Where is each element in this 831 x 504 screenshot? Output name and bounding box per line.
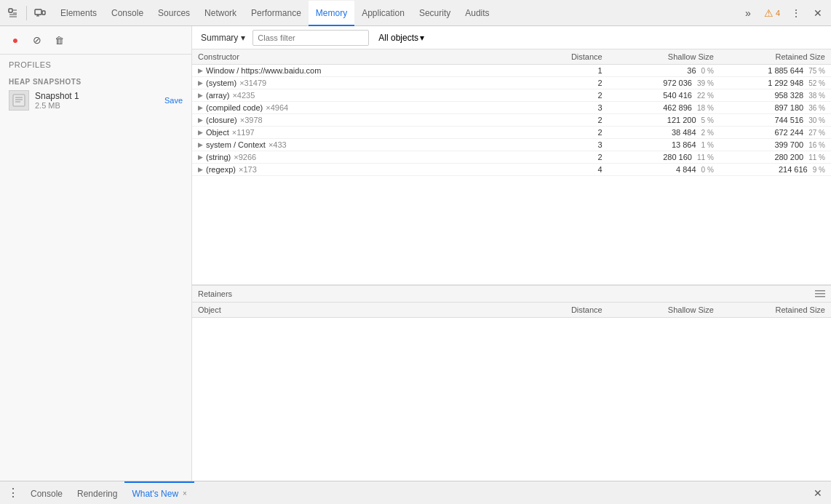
cell-shallow: 38 484 2 % [608,127,720,139]
save-snapshot-btn[interactable]: Save [164,96,183,105]
cell-constructor: ▶(system)×31479 [192,77,549,89]
snapshot-icon [9,90,29,111]
more-menu-btn[interactable]: ⋮ [786,3,806,23]
table-row[interactable]: ▶(closure)×39782121 200 5 %744 516 30 % [192,114,831,127]
close-whatsnew-btn[interactable]: × [183,489,187,497]
close-bottom-panel-btn[interactable]: ✕ [808,483,828,503]
cell-shallow: 13 864 1 % [608,139,720,151]
svg-rect-8 [815,293,825,295]
table-row[interactable]: ▶(system)×314792972 036 39 %1 292 948 52… [192,77,831,89]
cell-distance: 2 [549,89,608,102]
summary-dropdown[interactable]: Summary ▾ [195,31,251,45]
cell-retained: 1 292 948 52 % [720,77,831,89]
cell-distance: 3 [549,102,608,114]
close-devtools-btn[interactable]: ✕ [808,3,828,23]
cell-retained: 897 180 36 % [720,102,831,114]
content-panel: Summary ▾ All objects ▾ Constructor [192,26,831,481]
table-row[interactable]: ▶(compiled code)×49643462 896 18 %897 18… [192,102,831,114]
cell-distance: 2 [549,127,608,139]
cell-shallow: 121 200 5 % [608,114,720,127]
th-constructor: Constructor [192,49,549,65]
expand-arrow[interactable]: ▶ [198,166,203,173]
retainers-table-area[interactable]: Object Distance Shallow Size Retained Si… [192,303,831,481]
table-row[interactable]: ▶Window / https://www.baidu.com136 0 %1 … [192,65,831,77]
inspect-element-btn[interactable] [3,3,23,23]
retainers-header-row: Object Distance Shallow Size Retained Si… [192,303,831,318]
objects-dropdown-arrow: ▾ [420,33,424,43]
tab-network[interactable]: Network [197,1,244,26]
cell-retained: 1 885 644 75 % [720,65,831,77]
table-row[interactable]: ▶system / Context×433313 864 1 %399 700 … [192,139,831,151]
th-distance: Distance [549,49,608,65]
cell-shallow: 972 036 39 % [608,77,720,89]
cell-retained: 214 616 9 % [720,164,831,176]
svg-rect-3 [13,95,25,106]
responsive-btn[interactable] [30,3,50,23]
cell-distance: 2 [549,114,608,127]
expand-arrow[interactable]: ▶ [198,153,203,161]
snapshot-size: 2.5 MB [35,101,164,110]
svg-rect-2 [42,11,45,15]
bottom-tab-console[interactable]: Console [23,481,70,504]
cell-distance: 2 [549,77,608,89]
main-area: ● ⊘ 🗑 Profiles HEAP SNAPSHOTS [0,26,831,481]
snapshot-item[interactable]: Snapshot 1 2.5 MB Save [0,87,191,113]
retainers-table: Object Distance Shallow Size Retained Si… [192,303,831,481]
expand-arrow[interactable]: ▶ [198,79,203,87]
expand-arrow[interactable]: ▶ [198,116,203,124]
cell-shallow: 462 896 18 % [608,102,720,114]
profiles-header: Profiles [0,55,191,75]
th-object: Object [192,303,549,318]
warning-badge[interactable]: ⚠ 4 [760,6,784,20]
cell-shallow: 540 416 22 % [608,89,720,102]
expand-arrow[interactable]: ▶ [198,92,203,99]
tab-application[interactable]: Application [354,1,412,26]
cell-retained: 744 516 30 % [720,114,831,127]
th-distance-r: Distance [549,303,608,318]
bottom-menu-btn[interactable]: ⋮ [3,483,23,503]
bottom-tab-whatsnew[interactable]: What's New × [124,481,194,504]
retainers-menu-icon[interactable] [815,289,825,299]
main-table-container[interactable]: Constructor Distance Shallow Size Retain… [192,49,831,284]
bottom-tab-rendering[interactable]: Rendering [70,481,124,504]
table-header-row: Constructor Distance Shallow Size Retain… [192,49,831,65]
svg-rect-7 [815,290,825,292]
snapshot-info: Snapshot 1 2.5 MB [35,91,164,110]
table-row[interactable]: ▶(regexp)×17344 844 0 %214 616 9 % [192,164,831,176]
split-panel: Constructor Distance Shallow Size Retain… [192,49,831,481]
expand-arrow[interactable]: ▶ [198,129,203,136]
sidebar-toolbar: ● ⊘ 🗑 [0,26,191,55]
tab-memory[interactable]: Memory [309,1,354,26]
tab-audits[interactable]: Audits [458,1,496,26]
svg-rect-9 [815,296,825,297]
tab-elements[interactable]: Elements [53,1,104,26]
table-row[interactable]: ▶Object×1197238 484 2 %672 244 27 % [192,127,831,139]
tab-security[interactable]: Security [412,1,458,26]
cell-retained: 958 328 38 % [720,89,831,102]
record-btn[interactable]: ● [6,31,25,49]
expand-arrow[interactable]: ▶ [198,104,203,111]
expand-arrow[interactable]: ▶ [198,141,203,148]
warning-icon: ⚠ [764,7,774,19]
stop-btn[interactable]: ⊘ [28,31,47,49]
top-tabbar: Elements Console Sources Network Perform… [0,0,831,26]
tab-sources[interactable]: Sources [151,1,197,26]
cell-constructor: ▶(regexp)×173 [192,164,549,176]
more-tabs-btn[interactable]: » [738,3,758,23]
cell-constructor: ▶Object×1197 [192,127,549,139]
main-table: Constructor Distance Shallow Size Retain… [192,49,831,176]
table-row[interactable]: ▶(array)×42352540 416 22 %958 328 38 % [192,89,831,102]
svg-rect-0 [9,9,12,12]
objects-dropdown[interactable]: All objects ▾ [373,30,429,46]
th-shallow-r: Shallow Size [608,303,720,318]
table-row[interactable]: ▶(string)×92662280 160 11 %280 200 11 % [192,151,831,164]
upper-panel: Constructor Distance Shallow Size Retain… [192,49,831,285]
cell-retained: 399 700 16 % [720,139,831,151]
expand-arrow[interactable]: ▶ [198,67,203,74]
class-filter-input[interactable] [253,30,369,46]
tab-performance[interactable]: Performance [244,1,309,26]
tab-console[interactable]: Console [104,1,151,26]
cell-retained: 280 200 11 % [720,151,831,164]
clear-btn[interactable]: 🗑 [49,31,68,49]
snapshot-name: Snapshot 1 [35,91,164,101]
